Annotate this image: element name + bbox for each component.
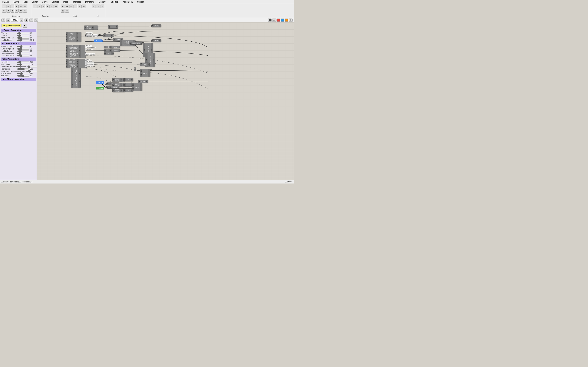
param-slider-height-pillar[interactable] bbox=[17, 50, 29, 52]
port-mult2-in2[interactable] bbox=[124, 80, 125, 81]
port-f2-in[interactable] bbox=[113, 79, 114, 80]
node-basepoints[interactable]: BasePoints bbox=[130, 42, 142, 45]
toolbar-icon-p4[interactable]: ▪ bbox=[46, 5, 50, 8]
port-mult3-in1[interactable] bbox=[124, 84, 125, 85]
node-dot2[interactable] bbox=[134, 69, 136, 71]
port-mult3-in2[interactable] bbox=[124, 85, 125, 86]
port-mult-in2[interactable] bbox=[109, 27, 110, 28]
port-mesh-width[interactable] bbox=[121, 44, 122, 45]
port-pxy-height[interactable] bbox=[72, 71, 73, 72]
toolbar-icon-7[interactable]: ◐ bbox=[2, 9, 6, 13]
param-slider-nozzle-temp[interactable] bbox=[17, 73, 29, 74]
port-geo-in[interactable] bbox=[114, 39, 115, 40]
param-slider-distance-fibers[interactable] bbox=[26, 71, 37, 72]
node-outer-pillar-mesh[interactable]: OuterPillarMesh PillarHeightPilarLinesPi… bbox=[66, 52, 86, 58]
menu-sets[interactable]: Sets bbox=[23, 0, 28, 3]
toolbar-icon-p3[interactable]: ▩ bbox=[42, 5, 45, 8]
port-base-pillarinterval[interactable] bbox=[66, 41, 67, 42]
port-mult2-in1[interactable] bbox=[124, 78, 125, 80]
port-merge2-in2[interactable] bbox=[132, 85, 134, 86]
node-m[interactable]: M bbox=[104, 52, 113, 55]
port-gb1-in[interactable] bbox=[107, 83, 108, 84]
port-bxy-base[interactable] bbox=[72, 84, 73, 85]
toolbar-icon-u1[interactable]: → bbox=[92, 5, 96, 8]
port-base-translation-out[interactable] bbox=[77, 40, 78, 41]
fullscreen-button[interactable]: ▣ bbox=[25, 18, 28, 22]
port-hp-previewB-out[interactable] bbox=[77, 65, 78, 66]
port-merge1-in2[interactable] bbox=[140, 71, 142, 72]
node-dot[interactable] bbox=[134, 67, 136, 69]
port-op-out[interactable] bbox=[153, 59, 154, 60]
toolbar-icon-2[interactable]: ◎ bbox=[6, 5, 10, 8]
view-icon-4[interactable]: 🌐 bbox=[281, 18, 284, 22]
port-cp-in[interactable] bbox=[144, 50, 145, 50]
menu-maths[interactable]: Maths bbox=[13, 0, 20, 3]
zoom-dropdown[interactable]: ▾ bbox=[20, 18, 23, 22]
menu-params[interactable]: Params bbox=[1, 0, 10, 3]
port-f3-out[interactable] bbox=[121, 84, 122, 86]
param-slider-num-pillars[interactable] bbox=[17, 48, 29, 50]
port-f3-in[interactable] bbox=[113, 84, 114, 86]
port-pb1-in[interactable] bbox=[110, 83, 111, 84]
param-slider-height-base[interactable] bbox=[17, 40, 29, 41]
node-merge1[interactable]: Merge bbox=[140, 69, 150, 77]
toolbar-icon-p6[interactable]: ▬ bbox=[54, 5, 58, 8]
port-arr-in2[interactable] bbox=[140, 65, 142, 66]
toolbar-icon-8[interactable]: ◑ bbox=[6, 9, 10, 13]
port-merge1-in1[interactable] bbox=[140, 70, 142, 71]
menu-mesh[interactable]: Mesh bbox=[62, 0, 69, 3]
port-arr-in1[interactable] bbox=[140, 63, 142, 64]
port-base-computedwidth-out[interactable] bbox=[77, 36, 78, 38]
toolbar-icon-9[interactable]: ▣ bbox=[10, 9, 14, 13]
menu-curve[interactable]: Curve bbox=[41, 0, 48, 3]
port-hp-pillarnum[interactable] bbox=[66, 65, 67, 66]
param-slider-outer-width[interactable] bbox=[17, 55, 29, 57]
node-factor4[interactable]: Factor -73.921 bbox=[112, 88, 125, 92]
port-pillars-diameter[interactable] bbox=[66, 47, 67, 48]
export-expand[interactable]: ▶ bbox=[23, 24, 27, 28]
port-hp-hairpoints-out[interactable] bbox=[77, 61, 78, 62]
port-mult4-in2[interactable] bbox=[124, 90, 125, 92]
swatch-blue-top[interactable]: Swatch bbox=[94, 40, 103, 42]
toolbar-icon-u2[interactable]: ↗ bbox=[96, 5, 100, 8]
view-icon-2[interactable]: ◎ bbox=[272, 18, 276, 22]
toolbar-icon-12[interactable]: ⬡ bbox=[23, 9, 27, 13]
param-slider-line-width[interactable] bbox=[17, 61, 29, 63]
toolbar-icon-i1[interactable]: ▶ bbox=[61, 5, 65, 8]
port-mesh-xybaseplane[interactable] bbox=[121, 41, 122, 42]
bake-button[interactable]: ✎ bbox=[34, 18, 38, 22]
menu-pufferfish[interactable]: Pufferfish bbox=[109, 0, 119, 3]
menu-intersect[interactable]: Intersect bbox=[72, 0, 81, 3]
toolbar-icon-p2[interactable]: ▯ bbox=[37, 5, 41, 8]
port-route-in[interactable] bbox=[138, 81, 140, 82]
node-g1[interactable]: G bbox=[103, 34, 113, 37]
menu-vector[interactable]: Vector bbox=[31, 0, 38, 3]
view-icon-5[interactable]: 🟠 bbox=[285, 18, 288, 22]
menu-surface[interactable]: Surface bbox=[51, 0, 60, 3]
port-m-in[interactable] bbox=[104, 53, 105, 54]
swatch-blue-bottom[interactable]: Swatch bbox=[96, 81, 104, 84]
toolbar-icon-11[interactable]: ⬢ bbox=[19, 9, 23, 13]
port-preview2-in[interactable] bbox=[110, 50, 111, 51]
port-mult-in1[interactable] bbox=[109, 26, 110, 27]
node-route[interactable]: Route bbox=[138, 80, 148, 83]
port-mult2-out[interactable] bbox=[131, 79, 132, 80]
port-merge1-in5[interactable] bbox=[140, 75, 142, 76]
view-icon-3[interactable]: 🔴 bbox=[277, 18, 280, 22]
toolbar-icon-i7[interactable]: ▣ bbox=[61, 9, 65, 13]
node-merge2[interactable]: Merge bbox=[132, 83, 142, 91]
param-slider-width-base[interactable] bbox=[17, 37, 29, 39]
port-opm-height[interactable] bbox=[66, 53, 67, 54]
port-preview1-in[interactable] bbox=[110, 47, 111, 48]
port-merge2-out[interactable] bbox=[140, 86, 142, 88]
port-data1-out[interactable] bbox=[159, 25, 160, 26]
node-base[interactable]: Base OffsetXOffsetYBaseWidthBaseHeightPi… bbox=[66, 32, 81, 42]
toolbar-icon-p1[interactable]: ▮ bbox=[33, 5, 37, 8]
port-base-offsetx[interactable] bbox=[66, 33, 67, 33]
port-hp-const-out[interactable] bbox=[77, 59, 78, 60]
port-bxy-layer[interactable] bbox=[72, 78, 73, 80]
port-factor1-out[interactable] bbox=[92, 27, 94, 28]
view-icon-1[interactable]: ⬛ bbox=[268, 18, 272, 22]
port-arr-out[interactable] bbox=[148, 64, 149, 65]
param-slider-offsety[interactable] bbox=[17, 35, 29, 36]
